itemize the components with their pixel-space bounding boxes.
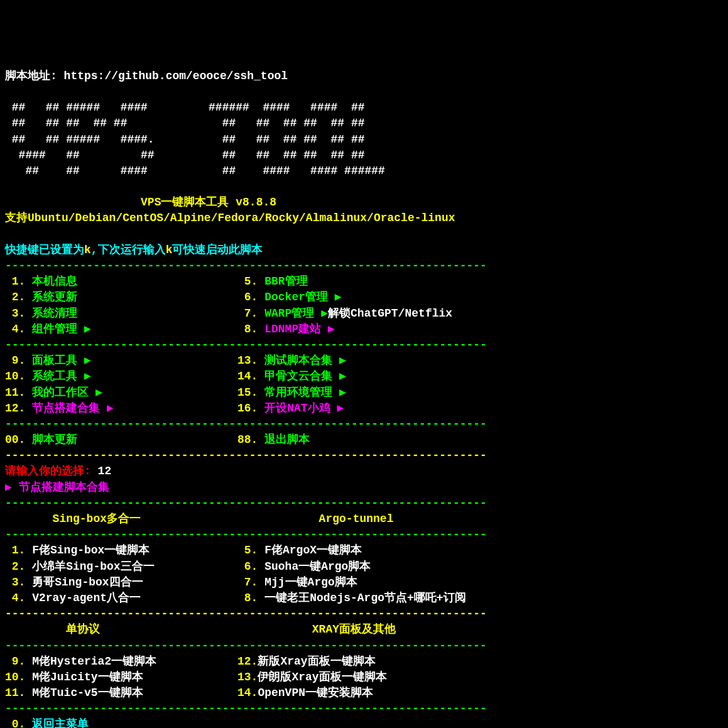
hotkey-key2: k xyxy=(166,244,173,256)
back-num[interactable]: 0. xyxy=(5,718,25,728)
menu-row[interactable]: 10. 系统工具 ▶14. 甲骨文云合集 ▶ xyxy=(5,369,723,384)
url-value: https://github.com/eooce/ssh_tool xyxy=(64,70,288,82)
menu-row[interactable]: 3. 系统清理 7. WARP管理 ▶解锁ChatGPT/Netflix xyxy=(5,306,723,322)
menu-row[interactable]: 4. 组件管理 ▶ 8. LDNMP建站 ▶ xyxy=(5,322,723,337)
back-label[interactable]: 返回主菜单 xyxy=(25,718,89,728)
menu-row[interactable]: 11. 我的工作区 ▶15. 常用环境管理 ▶ xyxy=(5,385,723,401)
hotkey-suffix: 可快速启动此脚本 xyxy=(172,244,263,256)
title-line: VPS一键脚本工具 v8.8.8 xyxy=(5,196,276,209)
hotkey-prefix: 快捷键已设置为 xyxy=(5,244,84,256)
divider: ----------------------------------------… xyxy=(5,339,487,351)
menu-row[interactable]: 2. 系统更新 6. Docker管理 ▶ xyxy=(5,290,723,305)
menu-row[interactable]: 1. 本机信息 5. BBR管理 xyxy=(5,274,723,290)
menu-row[interactable]: 10. M佬Juicity一键脚本13.伊朗版Xray面板一键脚本 xyxy=(5,670,723,685)
menu-row[interactable]: 4. V2ray-agent八合一 8. 一键老王Nodejs-Argo节点+哪… xyxy=(5,590,723,606)
divider: ----------------------------------------… xyxy=(5,259,487,272)
divider: ----------------------------------------… xyxy=(5,449,487,462)
menu-row[interactable]: 1. F佬Sing-box一键脚本 5. F佬ArgoX一键脚本 xyxy=(5,543,723,558)
section-header-row: 单协议 XRAY面板及其他 xyxy=(5,622,723,638)
menu-row[interactable]: 2. 小绵羊Sing-box三合一 6. Suoha一键Argo脚本 xyxy=(5,559,723,575)
divider: ----------------------------------------… xyxy=(5,639,487,652)
menu-row[interactable]: 12. 节点搭建合集 ▶16. 开设NAT小鸡 ▶ xyxy=(5,401,723,416)
divider: ----------------------------------------… xyxy=(5,702,487,715)
ascii-banner: ## ## ##### #### ###### #### #### ## ## … xyxy=(5,101,385,177)
menu-row[interactable]: 9. M佬Hysteria2一键脚本12.新版Xray面板一键脚本 xyxy=(5,654,723,670)
divider: ----------------------------------------… xyxy=(5,528,487,541)
divider: ----------------------------------------… xyxy=(5,497,487,509)
section-header-row: Sing-box多合一 Argo-tunnel xyxy=(5,511,723,527)
menu-row[interactable]: 3. 勇哥Sing-box四合一 7. Mjj一键Argo脚本 xyxy=(5,575,723,590)
divider: ----------------------------------------… xyxy=(5,418,487,430)
support-line: 支持Ubuntu/Debian/CentOS/Alpine/Fedora/Roc… xyxy=(5,212,455,224)
prompt-input[interactable]: 12 xyxy=(98,465,112,477)
menu-row[interactable]: 11. M佬Tuic-v5一键脚本14.OpenVPN一键安装脚本 xyxy=(5,685,723,701)
hotkey-mid: ,下次运行输入 xyxy=(91,244,166,256)
divider: ----------------------------------------… xyxy=(5,607,487,620)
terminal-output: 脚本地址: https://github.com/eooce/ssh_tool … xyxy=(5,68,723,728)
prompt-label: 请输入你的选择: xyxy=(5,465,98,477)
menu-row[interactable]: 00. 脚本更新88. 退出脚本 xyxy=(5,432,723,448)
url-label: 脚本地址: xyxy=(5,70,64,82)
menu-row[interactable]: 9. 面板工具 ▶13. 测试脚本合集 ▶ xyxy=(5,353,723,369)
submenu-title: ▶ 节点搭建脚本合集 xyxy=(5,481,109,494)
hotkey-key: k xyxy=(84,244,91,256)
